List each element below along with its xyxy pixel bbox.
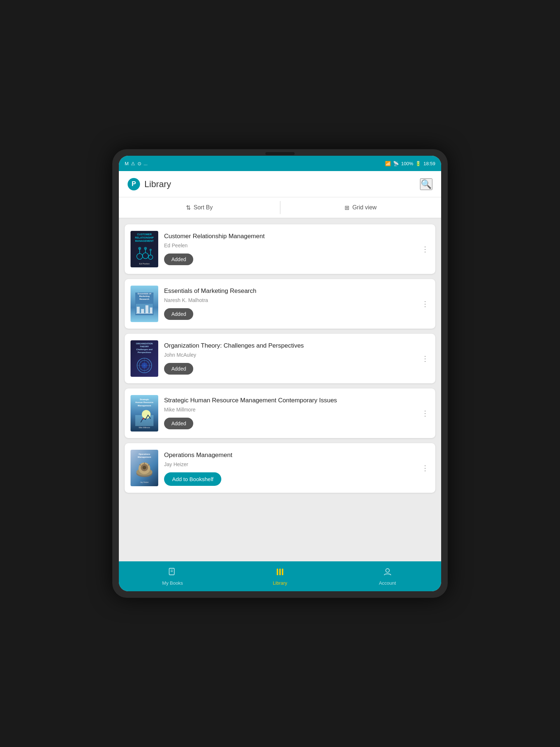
grid-icon: ⊞: [345, 204, 349, 211]
book-title-om: Operations Management: [164, 451, 429, 459]
status-bar: M ⚠ ⊙ ... 📶 📡 100% 🔋 18:59: [119, 156, 441, 171]
book-info-emr: Essentials of Marketing Research Naresh …: [164, 286, 429, 320]
more-options-crm[interactable]: ⋮: [421, 245, 429, 253]
app-header: P Library 🔍: [119, 171, 441, 197]
sort-icon: ⇅: [186, 204, 191, 211]
svg-point-3: [143, 253, 148, 259]
wifi-icon: 📶: [385, 161, 391, 166]
status-right-icons: 📶 📡 100% 🔋 18:59: [385, 161, 435, 166]
add-bookshelf-button-om[interactable]: Add to Bookshelf: [164, 472, 221, 486]
book-cover-om: OperationsManagement Jay Heizer: [131, 450, 158, 486]
book-cover-ot: ORGANIZATIONTHEORYChallenges andPerspect…: [131, 340, 158, 377]
book-card-crm: CUSTOMER RELATIONSHIP MANAGEMENT: [125, 224, 435, 274]
svg-rect-13: [145, 305, 148, 313]
book-card-emr: Essentials ofMarketingResearch: [125, 279, 435, 329]
book-cover-shrm: StrategicHuman ResourceManagement Mike M…: [131, 395, 158, 431]
svg-point-8: [149, 249, 152, 251]
book-list: CUSTOMER RELATIONSHIP MANAGEMENT: [119, 218, 441, 561]
book-title-shrm: Strategic Human Resource Management Cont…: [164, 396, 429, 405]
book-author-shrm: Mike Millmore: [164, 407, 429, 413]
book-author-crm: Ed Peelen: [164, 243, 429, 248]
svg-rect-36: [277, 569, 278, 575]
book-author-emr: Naresh K. Malhotra: [164, 297, 429, 303]
bottom-navigation: My Books Library: [119, 561, 441, 591]
device-frame: M ⚠ ⊙ ... 📶 📡 100% 🔋 18:59 P Library 🔍: [112, 149, 448, 598]
more-status-icon: ...: [144, 161, 148, 166]
book-card-shrm: StrategicHuman ResourceManagement Mike M…: [125, 388, 435, 438]
svg-rect-38: [282, 569, 283, 575]
more-options-ot[interactable]: ⋮: [421, 354, 429, 363]
book-info-shrm: Strategic Human Resource Management Cont…: [164, 395, 429, 429]
added-button-emr[interactable]: Added: [164, 308, 193, 320]
book-info-ot: Organization Theory: Challenges and Pers…: [164, 340, 429, 375]
book-title-crm: Customer Relationship Management: [164, 232, 429, 240]
svg-point-5: [144, 247, 147, 250]
book-card-om: OperationsManagement Jay Heizer: [125, 443, 435, 493]
more-options-shrm[interactable]: ⋮: [421, 409, 429, 418]
logo-letter: P: [132, 180, 136, 188]
svg-point-2: [138, 247, 141, 250]
nav-item-library[interactable]: Library: [226, 567, 334, 586]
svg-point-24: [143, 418, 144, 419]
added-button-crm[interactable]: Added: [164, 253, 193, 265]
sort-label: Sort By: [194, 204, 213, 211]
my-books-icon: [168, 567, 177, 579]
header-left: P Library: [128, 178, 171, 190]
nav-item-my-books[interactable]: My Books: [119, 567, 226, 586]
more-options-emr[interactable]: ⋮: [421, 299, 429, 308]
book-cover-emr: Essentials ofMarketingResearch: [131, 286, 158, 322]
svg-point-29: [143, 466, 146, 469]
account-icon: [383, 567, 392, 579]
nav-item-account[interactable]: Account: [334, 567, 441, 586]
svg-point-6: [148, 255, 153, 259]
book-title-emr: Essentials of Marketing Research: [164, 287, 429, 295]
warning-icon: ⚠: [131, 161, 135, 166]
svg-rect-12: [141, 309, 144, 313]
book-cover-crm: CUSTOMER RELATIONSHIP MANAGEMENT: [131, 231, 158, 267]
page-title: Library: [144, 179, 171, 189]
search-button[interactable]: 🔍: [420, 178, 432, 190]
device-notch: [265, 152, 295, 155]
book-card-ot: ORGANIZATIONTHEORYChallenges andPerspect…: [125, 334, 435, 383]
sort-by-button[interactable]: ⇅ Sort By: [119, 197, 280, 218]
status-left-icons: M ⚠ ⊙ ...: [125, 161, 148, 166]
book-info-om: Operations Management Jay Heizer Add to …: [164, 450, 429, 486]
book-info-crm: Customer Relationship Management Ed Peel…: [164, 231, 429, 265]
gmail-icon: M: [125, 161, 129, 166]
my-books-label: My Books: [162, 580, 183, 586]
book-author-ot: John McAuley: [164, 352, 429, 358]
svg-rect-11: [137, 307, 140, 313]
sync-icon: ⊙: [137, 161, 141, 166]
signal-icon: 📡: [393, 161, 399, 166]
svg-rect-14: [150, 307, 152, 313]
toolbar: ⇅ Sort By ⊞ Grid view: [119, 197, 441, 218]
added-button-shrm[interactable]: Added: [164, 418, 193, 429]
grid-label: Grid view: [352, 204, 377, 211]
pearson-logo: P: [128, 178, 140, 190]
library-label: Library: [273, 580, 287, 586]
svg-point-39: [386, 569, 389, 572]
book-title-ot: Organization Theory: Challenges and Pers…: [164, 342, 429, 350]
device-screen: M ⚠ ⊙ ... 📶 📡 100% 🔋 18:59 P Library 🔍: [119, 156, 441, 591]
svg-rect-37: [279, 569, 281, 575]
added-button-ot[interactable]: Added: [164, 363, 193, 375]
library-icon: [275, 567, 285, 579]
battery-icon: 🔋: [415, 161, 421, 166]
battery-label: 100%: [401, 161, 413, 166]
account-label: Account: [379, 580, 396, 586]
grid-view-button[interactable]: ⊞ Grid view: [280, 197, 442, 218]
more-options-om[interactable]: ⋮: [421, 464, 429, 472]
time-label: 18:59: [423, 161, 435, 166]
book-author-om: Jay Heizer: [164, 461, 429, 467]
svg-point-0: [137, 253, 143, 259]
